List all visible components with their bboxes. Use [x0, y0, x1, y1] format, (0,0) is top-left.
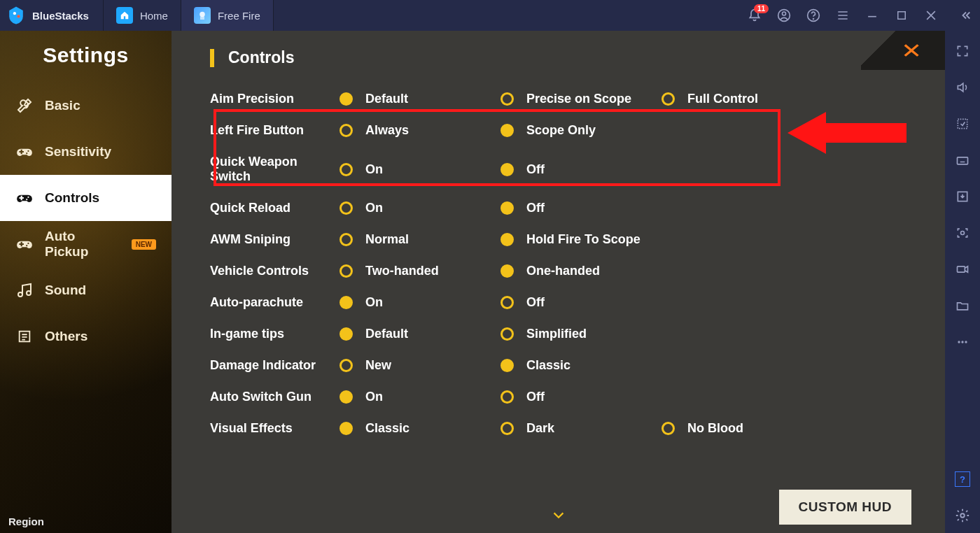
option-on[interactable]: On — [340, 295, 500, 310]
option-default[interactable]: Default — [340, 327, 500, 341]
option-label: One-handed — [526, 264, 600, 278]
radio-icon — [340, 201, 353, 215]
tab-free-fire[interactable]: Free Fire — [181, 0, 274, 31]
setting-row-damage-indicator: Damage IndicatorNewClassic — [210, 358, 924, 373]
radio-icon — [500, 124, 514, 137]
radio-icon — [500, 233, 514, 246]
maximize-icon[interactable] — [895, 8, 909, 22]
sidebar-item-sound[interactable]: Sound — [0, 267, 172, 313]
option-classic[interactable]: Classic — [340, 421, 500, 436]
radio-icon — [340, 390, 353, 404]
fullscreen-icon[interactable] — [955, 43, 970, 59]
setting-row-quick-reload: Quick ReloadOnOff — [210, 201, 924, 215]
option-no-blood[interactable]: No Blood — [662, 421, 788, 436]
option-one-handed[interactable]: One-handed — [500, 264, 662, 278]
bluestacks-right-sidebar: ? — [945, 31, 980, 533]
setting-label: Quick Reload — [210, 201, 340, 215]
option-classic[interactable]: Classic — [500, 358, 662, 373]
radio-icon — [340, 296, 353, 309]
radio-icon — [500, 359, 514, 372]
close-button[interactable]: ✕ — [861, 31, 945, 70]
free-fire-icon — [194, 7, 211, 24]
user-icon[interactable] — [777, 8, 791, 22]
option-off[interactable]: Off — [500, 295, 662, 310]
svg-point-1 — [17, 15, 20, 17]
bluestacks-logo — [6, 5, 27, 26]
option-on[interactable]: On — [340, 162, 500, 177]
svg-point-12 — [961, 232, 965, 235]
option-label: Two-handed — [365, 264, 439, 278]
record-icon[interactable] — [955, 262, 970, 277]
settings-sidebar: Settings BasicSensitivityControlsAuto Pi… — [0, 31, 172, 533]
sidebar-item-label: Sound — [45, 283, 86, 298]
option-label: No Blood — [687, 421, 743, 436]
app-name: BlueStacks — [32, 10, 89, 22]
install-icon[interactable] — [955, 189, 970, 204]
notification-badge: 11 — [754, 4, 769, 13]
setting-row-aim-precision: Aim PrecisionDefaultPrecise on ScopeFull… — [210, 92, 924, 106]
hamburger-icon[interactable] — [836, 8, 850, 22]
collapse-icon[interactable] — [959, 8, 973, 22]
option-off[interactable]: Off — [500, 390, 662, 404]
option-label: Off — [526, 295, 545, 310]
more-icon[interactable] — [955, 334, 970, 350]
gear-icon[interactable] — [955, 508, 970, 523]
option-scope-only[interactable]: Scope Only — [500, 123, 662, 138]
option-always[interactable]: Always — [340, 123, 500, 138]
svg-point-16 — [965, 341, 967, 343]
scroll-down-chevron[interactable] — [548, 508, 569, 523]
volume-icon[interactable] — [955, 80, 970, 95]
option-off[interactable]: Off — [500, 201, 662, 215]
option-simplified[interactable]: Simplified — [500, 327, 662, 341]
radio-icon — [500, 422, 514, 435]
location-icon[interactable] — [955, 116, 970, 132]
new-badge: NEW — [132, 239, 156, 250]
option-new[interactable]: New — [340, 358, 500, 373]
bluestacks-topbar: BlueStacks Home Free Fire 11 — [0, 0, 980, 31]
svg-point-19 — [27, 291, 31, 295]
custom-hud-button[interactable]: CUSTOM HUD — [779, 490, 911, 525]
option-precise-on-scope[interactable]: Precise on Scope — [500, 92, 662, 106]
svg-point-14 — [958, 341, 960, 343]
radio-icon — [340, 124, 353, 137]
option-label: On — [365, 295, 383, 310]
svg-point-2 — [200, 12, 205, 17]
option-label: Dark — [526, 421, 554, 436]
help-icon[interactable] — [806, 8, 820, 22]
option-label: New — [365, 358, 391, 373]
setting-label: Auto-parachute — [210, 295, 340, 310]
gamepad-icon — [15, 189, 34, 207]
sidebar-item-label: Auto Pickup — [45, 229, 118, 260]
keyboard-icon[interactable] — [955, 152, 970, 168]
list-icon — [15, 327, 34, 346]
help-box-icon[interactable]: ? — [955, 471, 970, 487]
option-label: Hold Fire To Scope — [526, 232, 640, 247]
setting-row-awm-sniping: AWM SnipingNormalHold Fire To Scope — [210, 232, 924, 247]
option-label: Always — [365, 123, 409, 138]
main-area: Settings BasicSensitivityControlsAuto Pi… — [0, 31, 945, 533]
option-dark[interactable]: Dark — [500, 421, 662, 436]
option-full-control[interactable]: Full Control — [662, 92, 788, 106]
camera-icon[interactable] — [955, 225, 970, 241]
option-on[interactable]: On — [340, 390, 500, 404]
bell-icon[interactable]: 11 — [748, 8, 762, 22]
svg-rect-8 — [898, 12, 906, 20]
sidebar-item-controls[interactable]: Controls — [0, 175, 172, 221]
sidebar-item-basic[interactable]: Basic — [0, 83, 172, 129]
option-on[interactable]: On — [340, 201, 500, 215]
tab-home[interactable]: Home — [103, 0, 181, 31]
sidebar-item-sensitivity[interactable]: Sensitivity — [0, 129, 172, 175]
close-icon[interactable] — [924, 8, 938, 22]
radio-icon — [340, 422, 353, 435]
minimize-icon[interactable] — [865, 8, 879, 22]
option-off[interactable]: Off — [500, 162, 662, 177]
option-hold-fire-to-scope[interactable]: Hold Fire To Scope — [500, 232, 662, 247]
option-two-handed[interactable]: Two-handed — [340, 264, 500, 278]
option-default[interactable]: Default — [340, 92, 500, 106]
sidebar-item-auto-pickup[interactable]: Auto PickupNEW — [0, 221, 172, 267]
option-normal[interactable]: Normal — [340, 232, 500, 247]
folder-icon[interactable] — [955, 298, 970, 313]
radio-icon — [500, 201, 514, 215]
home-icon — [116, 7, 133, 24]
sidebar-item-others[interactable]: Others — [0, 313, 172, 360]
